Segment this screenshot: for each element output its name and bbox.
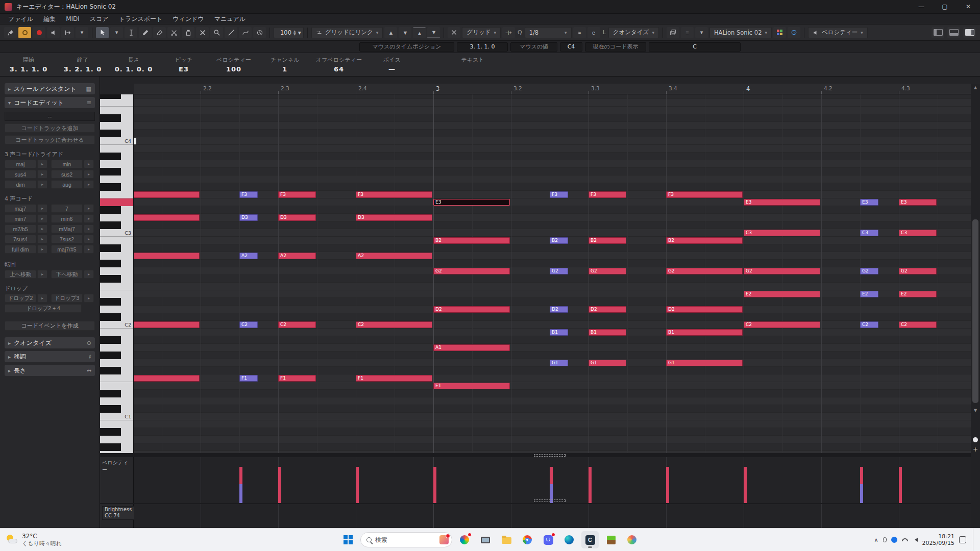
add-chord-track-button[interactable]: コードトラックを追加 [5, 123, 95, 133]
insert-velocity-steppers[interactable]: ▲▼ [293, 30, 296, 36]
midi-note-F1[interactable]: F1 [278, 375, 316, 382]
part-selector-dropdown[interactable]: HALion Sonic 02▾ [709, 27, 772, 38]
chord-button-7sus2[interactable]: 7sus2 [51, 235, 83, 243]
piano-key-F3[interactable] [100, 191, 134, 198]
minecraft-icon[interactable] [602, 531, 620, 548]
insert-velocity-control[interactable]: 100 ▲▼ ▾ [274, 27, 304, 38]
chord-voicing-arrow[interactable]: ▸ [37, 224, 47, 233]
piano-key-A3[interactable] [100, 160, 134, 168]
chord-button-min7[interactable]: min7 [5, 214, 36, 223]
match-chord-track-button[interactable]: コードトラックに合わせる [5, 135, 95, 144]
chord-voicing-arrow[interactable]: ▸ [37, 245, 47, 254]
midi-note-C2[interactable] [134, 321, 200, 328]
piano-key-C#3[interactable] [100, 221, 134, 229]
midi-note-B2[interactable]: B2 [433, 237, 510, 244]
solo-button[interactable] [18, 27, 31, 38]
scroll-up-icon[interactable]: ▲ [971, 85, 980, 90]
iterative-quantize-button[interactable]: ≈ [573, 27, 586, 38]
midi-note-E2[interactable]: E2 [899, 291, 937, 297]
piano-key-A#3[interactable] [100, 153, 134, 160]
timeline-ruler[interactable]: 2.22.32.433.23.33.444.24.3 [134, 84, 971, 94]
piano-key-A#0[interactable] [100, 428, 134, 436]
chord-button-aug[interactable]: aug [51, 180, 83, 189]
time-warp-tool[interactable] [253, 27, 266, 38]
menu-manual[interactable]: マニュアル [209, 15, 251, 23]
chord-voicing-arrow[interactable]: ▸ [84, 245, 94, 254]
midi-note-A2[interactable]: A2 [278, 253, 316, 259]
piano-key-B1[interactable] [100, 329, 134, 336]
info-pitch-value[interactable]: E3 [159, 65, 208, 73]
draw-tool[interactable] [139, 27, 152, 38]
snap-toggle-button[interactable] [448, 27, 460, 38]
midi-note-E1[interactable]: E1 [433, 383, 510, 389]
midi-note-C3[interactable]: C3 [744, 230, 820, 236]
piano-key-B3[interactable] [100, 145, 134, 153]
info-velocity-value[interactable]: 100 [208, 65, 259, 73]
menu-midi[interactable]: MIDI [61, 15, 85, 22]
piano-key-D#2[interactable] [100, 298, 134, 306]
insert-velocity-caret[interactable]: ▾ [298, 29, 301, 36]
chord-voicing-arrow[interactable]: ▸ [84, 160, 94, 168]
close-button[interactable]: ✕ [957, 0, 980, 14]
chord-voicing-arrow[interactable]: ▸ [37, 160, 47, 168]
midi-note-C2[interactable]: C2 [278, 321, 316, 328]
left-zone-toggle[interactable] [932, 27, 944, 38]
autoscroll-button[interactable] [61, 27, 74, 38]
task-view-icon[interactable] [477, 531, 494, 548]
insert-velocity-value[interactable]: 100 [278, 29, 291, 36]
info-offvelocity-value[interactable]: 64 [310, 65, 368, 73]
piano-key-C3[interactable]: C3 [100, 229, 134, 237]
panel-chord-edit[interactable]: ▾ コードエディット ≡ [5, 97, 95, 108]
midi-note-B1[interactable]: B1 [550, 329, 568, 336]
midi-note-F3[interactable]: F3 [356, 191, 432, 198]
nudge-up-button[interactable]: ▲ [384, 27, 397, 38]
chord-button-7sus4[interactable]: 7sus4 [5, 235, 36, 243]
zoom-plus-icon[interactable]: + [971, 446, 980, 453]
midi-note-C2[interactable]: C2 [860, 321, 878, 328]
part-list-icon[interactable]: ≡ [681, 27, 694, 38]
chord-button--[interactable]: 下へ移動 [51, 270, 83, 279]
independent-loop-icon[interactable] [788, 27, 800, 38]
midi-note-G1[interactable]: G1 [589, 360, 626, 366]
info-channel-value[interactable]: 1 [259, 65, 310, 73]
link-to-grid-dropdown[interactable]: グリッドにリンク▾ [311, 27, 383, 38]
start-button[interactable] [339, 531, 357, 548]
chord-voicing-arrow[interactable]: ▸ [84, 214, 94, 223]
chord-voicing-arrow[interactable]: ▸ [84, 180, 94, 189]
chord-button-sus4[interactable]: sus4 [5, 170, 36, 179]
piano-key-D#3[interactable] [100, 206, 134, 214]
range-tool[interactable] [125, 27, 137, 38]
event-colors-dropdown[interactable]: ベロシティー▾ [808, 27, 868, 38]
midi-note-A2[interactable] [134, 253, 200, 259]
midi-note-B2[interactable]: B2 [550, 237, 568, 244]
midi-note-B1[interactable]: B1 [666, 329, 743, 336]
midi-note-B2[interactable]: B2 [666, 237, 743, 244]
midi-note-G2[interactable]: G2 [550, 268, 568, 274]
midi-note-C2[interactable]: C2 [899, 321, 937, 328]
piano-key-A#1[interactable] [100, 336, 134, 344]
chord-voicing-arrow[interactable]: ▸ [84, 224, 94, 233]
piano-key-G#2[interactable] [100, 260, 134, 267]
chord-voicing-arrow[interactable]: ▸ [37, 294, 47, 303]
piano-key-D2[interactable] [100, 306, 134, 313]
info-start-value[interactable]: 3. 1. 1. 0 [0, 65, 57, 73]
midi-note-D2[interactable]: D2 [550, 306, 568, 313]
midi-note-C3[interactable]: C3 [899, 230, 937, 236]
midi-note-A2[interactable]: A2 [356, 253, 432, 259]
piano-keyboard[interactable]: C4C3C2C1 [100, 94, 134, 453]
midi-note-F3[interactable]: F3 [666, 191, 743, 198]
midi-note-G1[interactable]: G1 [666, 360, 743, 366]
chord-button-min6[interactable]: min6 [51, 214, 83, 223]
piano-key-G3[interactable] [100, 176, 134, 183]
chord-button-maj7-5[interactable]: maj7/#5 [51, 245, 83, 254]
tray-mic-icon[interactable] [883, 537, 887, 542]
chord-voicing-arrow[interactable]: ▸ [37, 214, 47, 223]
midi-note-B1[interactable]: B1 [589, 329, 626, 336]
piano-key-B0[interactable] [100, 420, 134, 428]
midi-note-D3[interactable]: D3 [278, 214, 316, 221]
chord-voicing-arrow[interactable]: ▸ [37, 270, 47, 279]
chord-voicing-arrow[interactable]: ▸ [84, 235, 94, 243]
piano-key-A1[interactable] [100, 344, 134, 352]
midi-note-F1[interactable]: F1 [356, 375, 432, 382]
search-box[interactable]: 検索 [360, 532, 452, 547]
